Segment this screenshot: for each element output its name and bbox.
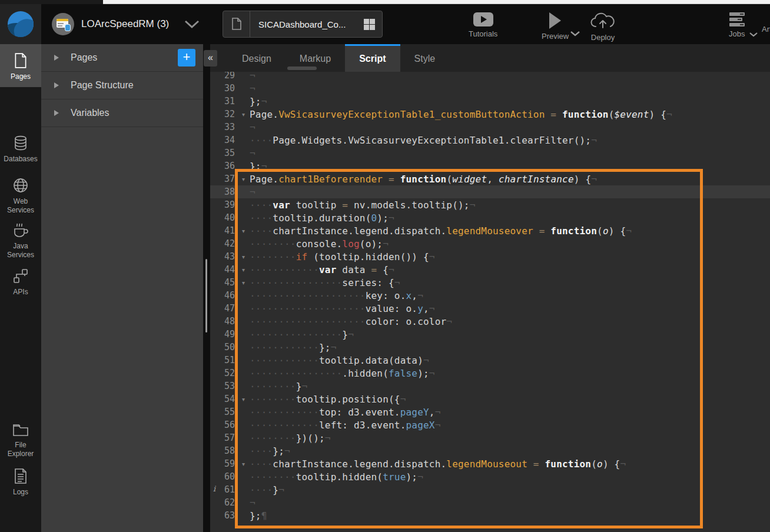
panel-scrollbar-thumb[interactable] (205, 259, 207, 332)
tab-script[interactable]: Script (345, 44, 400, 72)
code-line[interactable]: 39····var tooltip = nv.models.tooltip();… (210, 198, 770, 211)
expand-triangle-icon (54, 82, 59, 88)
line-number: 41 (210, 225, 237, 236)
fold-arrow-icon[interactable]: ▾ (237, 267, 250, 273)
pages-icon (13, 52, 28, 69)
collapse-panel-button[interactable]: « (204, 50, 217, 66)
artifacts-button[interactable]: Artifacts (762, 12, 770, 34)
preview-chevron-down-icon[interactable] (570, 31, 580, 36)
jobs-chevron-down-icon[interactable] (749, 32, 758, 37)
panel-section-page-structure[interactable]: Page Structure (41, 72, 203, 99)
code-line[interactable]: 58····};¬ (210, 444, 770, 457)
preview-label: Preview (542, 32, 569, 41)
code-line[interactable]: 56············left: d3.event.pageX¬ (210, 418, 770, 431)
code-line[interactable]: 52················.hidden(false);¬ (210, 367, 770, 380)
add-page-button[interactable]: + (178, 49, 195, 66)
code-line[interactable]: 45▾················series: {¬ (210, 276, 770, 289)
code-line[interactable]: 44▾············var data = {¬ (210, 263, 770, 276)
code-line[interactable]: 34····Page.Widgets.VwSicasurveyException… (210, 134, 770, 147)
code-line[interactable]: 43▾········if (tooltip.hidden()) {¬ (210, 250, 770, 263)
code-line[interactable]: 46····················key: o.x,¬ (210, 289, 770, 302)
code-line[interactable]: 32▾Page.VwSicasurveyExceptionTable1_cust… (210, 108, 770, 121)
script-editor[interactable]: 29¬30¬31};¬32▾Page.VwSicasurveyException… (210, 72, 770, 532)
app-logo[interactable] (0, 4, 41, 44)
tab-style[interactable]: Style (400, 44, 450, 72)
tutorials-button[interactable]: Tutorials (469, 12, 497, 38)
line-number: 35 (210, 148, 237, 158)
fold-arrow-icon[interactable]: ▾ (237, 228, 250, 234)
line-number: 47 (210, 303, 237, 314)
code-line[interactable]: 36};¬ (210, 159, 770, 172)
chevron-down-icon[interactable] (184, 20, 200, 28)
code-line[interactable]: 48····················color: o.color¬ (210, 315, 770, 328)
panel-section-pages[interactable]: Pages + (41, 44, 203, 72)
code-line[interactable]: 41▾····chartInstance.legend.dispatch.leg… (210, 224, 770, 237)
code-line[interactable]: 29¬ (210, 72, 770, 82)
code-line[interactable]: 51············tooltip.data(data)¬ (210, 354, 770, 367)
artifacts-label: Artifacts (762, 25, 770, 34)
fold-arrow-icon[interactable]: ▾ (237, 396, 250, 403)
code-text: ········if (tooltip.hidden()) {¬ (250, 251, 435, 262)
fold-arrow-icon[interactable]: ▾ (237, 461, 250, 467)
code-line[interactable]: 38¬ (210, 185, 770, 198)
code-line[interactable]: 62¬ (210, 496, 770, 509)
code-line[interactable]: 37▾Page.chart1Beforerender = function(wi… (210, 172, 770, 185)
code-text: ····}¬ (250, 484, 284, 496)
sidebar-item-databases[interactable]: Databases (0, 131, 41, 169)
code-line[interactable]: 57········})();¬ (210, 431, 770, 444)
deploy-button[interactable]: Deploy (590, 12, 616, 42)
code-text: Page.VwSicasurveyExceptionTable1_customB… (250, 109, 672, 120)
sidebar-item-apis[interactable]: APIs (0, 264, 41, 301)
nav-rail: Pages Databases Web Services Java Servic… (0, 44, 41, 532)
code-line[interactable]: 33¬ (210, 121, 770, 134)
line-number: 29 (210, 72, 237, 81)
code-line[interactable]: 53········}¬ (210, 380, 770, 393)
code-text: ····················color: o.color¬ (250, 316, 452, 327)
sidebar-item-java-services[interactable]: Java Services (0, 218, 41, 262)
code-line[interactable]: 47····················value: o.y,¬ (210, 302, 770, 315)
code-text: ············left: d3.event.pageX¬ (250, 420, 441, 431)
sidebar-item-pages[interactable]: Pages (0, 44, 41, 87)
code-line[interactable]: 50············};¬ (210, 341, 770, 354)
code-line[interactable]: i61····}¬ (210, 483, 770, 496)
jobs-button[interactable]: Jobs (729, 12, 745, 38)
page-tab[interactable]: SICADashboard_Co... (223, 11, 383, 38)
dashboard-grid-icon[interactable] (364, 19, 375, 30)
code-line[interactable]: 30¬ (210, 82, 770, 95)
sidebar-item-web-services[interactable]: Web Services (0, 174, 41, 217)
code-line[interactable]: 63};¶ (210, 509, 770, 522)
line-number: 62 (210, 497, 237, 508)
fold-arrow-icon[interactable]: ▾ (237, 254, 250, 260)
code-line[interactable]: 40····tooltip.duration(0);¬ (210, 211, 770, 224)
preview-button[interactable]: Preview (542, 12, 569, 41)
code-line[interactable]: 42········console.log(o);¬ (210, 237, 770, 250)
tab-design[interactable]: Design (228, 44, 286, 72)
line-number: 57 (210, 433, 237, 443)
fold-arrow-icon[interactable]: ▾ (237, 176, 250, 182)
code-text: ················}¬ (250, 329, 354, 340)
code-line[interactable]: 59▾····chartInstance.legend.dispatch.leg… (210, 457, 770, 470)
page-doc-icon (223, 11, 250, 37)
sidebar-item-logs[interactable]: Logs (0, 464, 41, 500)
sidebar-item-file-explorer[interactable]: File Explorer (0, 420, 41, 463)
web-services-icon (12, 177, 29, 194)
fold-arrow-icon[interactable]: ▾ (237, 280, 250, 286)
panel-section-label: Page Structure (71, 80, 134, 91)
code-line[interactable]: 54▾········tooltip.position({¬ (210, 393, 770, 405)
panel-section-variables[interactable]: Variables (41, 99, 203, 127)
line-number: 46 (210, 290, 237, 301)
code-line[interactable]: 60········tooltip.hidden(true);¬ (210, 470, 770, 483)
line-number: 58 (210, 445, 237, 456)
code-text: ····Page.Widgets.VwSicasurveyExceptionTa… (250, 135, 597, 146)
scroll-sliver[interactable] (287, 66, 317, 70)
code-line[interactable]: 35¬ (210, 147, 770, 159)
code-line[interactable]: 31};¬ (210, 95, 770, 108)
code-line[interactable]: 49················}¬ (210, 328, 770, 341)
page-tab-label: SICADashboard_Co... (250, 19, 364, 29)
code-text: ············};¬ (250, 342, 337, 353)
file-explorer-icon (12, 423, 29, 437)
fold-arrow-icon[interactable]: ▾ (237, 111, 250, 118)
expand-triangle-icon (54, 55, 59, 61)
project-selector[interactable]: LOArcSpeedRM (3) (52, 12, 200, 36)
code-line[interactable]: 55············top: d3.event.pageY,¬ (210, 405, 770, 418)
